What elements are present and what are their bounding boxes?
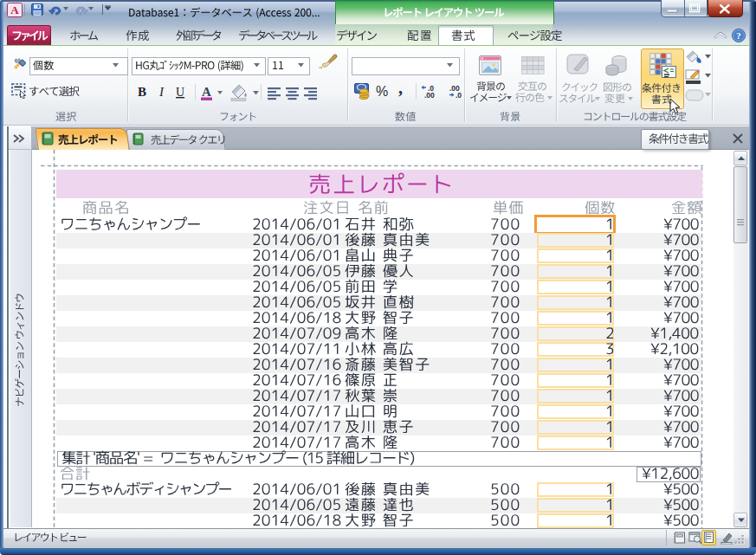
svg-text:.0: .0 [456,91,462,100]
svg-text:B: B [138,85,146,99]
svg-text:,: , [398,82,403,97]
svg-text:A: A [10,3,19,16]
svg-text:?: ? [736,30,741,41]
svg-text:A: A [202,85,211,99]
svg-text:I: I [158,85,165,99]
svg-text:%: % [376,84,388,99]
svg-text:.00: .00 [424,91,435,100]
svg-text:U: U [176,86,184,99]
